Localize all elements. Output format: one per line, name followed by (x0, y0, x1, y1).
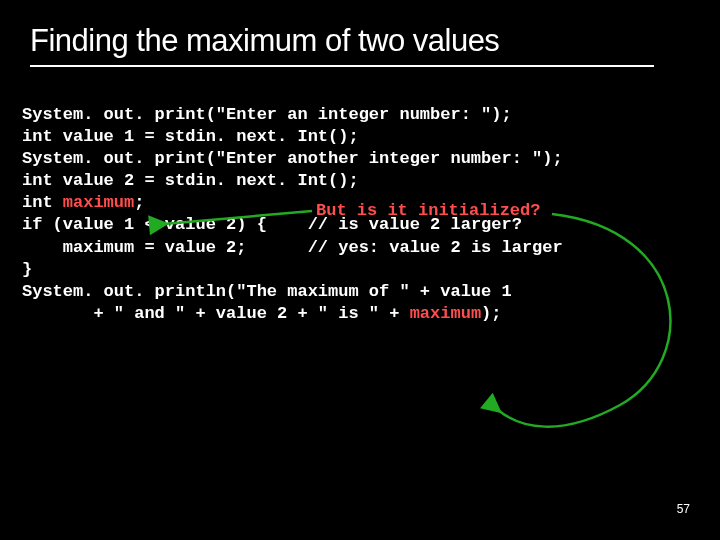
code-line: int value 1 = stdin. next. Int(); (22, 126, 698, 148)
slide-title: Finding the maximum of two values (0, 0, 720, 65)
code-text: int (22, 193, 63, 212)
code-line: System. out. print("Enter another intege… (22, 148, 698, 170)
highlight-maximum-decl: maximum (63, 193, 134, 212)
code-line: System. out. println("The maximum of " +… (22, 281, 698, 303)
code-line: int value 2 = stdin. next. Int(); (22, 170, 698, 192)
page-number: 57 (677, 502, 690, 516)
code-text: ; (134, 193, 144, 212)
slide: Finding the maximum of two values System… (0, 0, 720, 540)
code-line: } (22, 259, 698, 281)
code-line: maximum = value 2; // yes: value 2 is la… (22, 237, 698, 259)
code-text: maximum = value 2; (22, 238, 308, 257)
annotation-text: But is it initialized? (316, 201, 540, 220)
code-text: ); (481, 304, 501, 323)
code-line: + " and " + value 2 + " is " + maximum); (22, 303, 698, 325)
highlight-maximum-use: maximum (410, 304, 481, 323)
title-underline (30, 65, 654, 67)
code-comment: // yes: value 2 is larger (308, 238, 563, 257)
code-text: if (value 1 < value 2) { (22, 215, 308, 234)
code-text: + " and " + value 2 + " is " + (22, 304, 410, 323)
code-line: System. out. print("Enter an integer num… (22, 104, 698, 126)
